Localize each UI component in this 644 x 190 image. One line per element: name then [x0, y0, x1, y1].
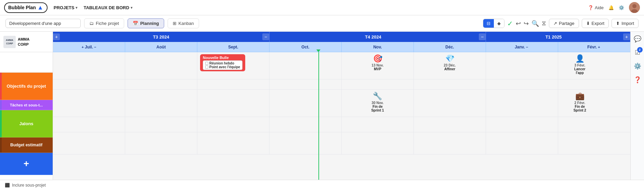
redo-icon[interactable]: ↪: [524, 20, 529, 27]
milestone-mvp[interactable]: 🎯 13 Nov. MVP: [372, 54, 384, 71]
col-sept-obj: Nouvelle Bulle Réunion hebdo Point avec …: [197, 52, 270, 79]
month-aout: Août: [125, 42, 197, 52]
col-fevr-taches: [558, 79, 630, 90]
kanban-icon: ⊞: [173, 21, 176, 26]
planning-tab[interactable]: 📅 Planning: [128, 18, 164, 28]
row-border-objectifs: [0, 73, 2, 100]
quarter-t1-2025: T1 2025 +: [486, 32, 630, 42]
project-search-input[interactable]: [5, 19, 81, 28]
nouvelle-bulle[interactable]: Nouvelle Bulle Réunion hebdo Point avec …: [200, 54, 245, 71]
col-sept-bud: [197, 117, 270, 132]
include-label[interactable]: Inclure sous-projet: [12, 183, 46, 188]
col-aout-taches: [125, 79, 197, 90]
month-fevr: Févr. +: [558, 42, 630, 52]
juil-expand-btn[interactable]: +: [81, 44, 85, 50]
logo-dot: ▲: [37, 4, 43, 11]
rp-help-icon[interactable]: ❓: [634, 76, 641, 84]
avatar[interactable]: [629, 2, 640, 13]
row-jalons: 🔧 30 Nov. Fin de Sprint 1 💼 2 Févr. Fin …: [53, 90, 630, 117]
row-objectifs: Nouvelle Bulle Réunion hebdo Point avec …: [53, 52, 630, 79]
col-dec-add: [414, 132, 486, 155]
col-fevr-bud: [558, 117, 630, 132]
fiche-projet-tab[interactable]: 🗂 Fiche projet: [84, 18, 124, 28]
lancer-icon: 👤: [575, 54, 584, 63]
header-spacer: [0, 52, 53, 73]
partage-button[interactable]: ↗ Partage: [549, 19, 579, 28]
month-juil: + Juil. −: [53, 42, 125, 52]
row-label-taches: Tâches et sous-t...: [0, 100, 53, 110]
col-juil-jal: [53, 90, 125, 117]
tasks-icon[interactable]: ☑ 2: [635, 49, 640, 56]
sprint1-icon: 🔧: [373, 92, 382, 101]
aide-button[interactable]: ❓ Aide: [588, 5, 604, 10]
col-sept-add: [197, 132, 270, 155]
fevr-expand-btn[interactable]: +: [597, 44, 601, 50]
col-dec-taches: [414, 79, 486, 90]
checkbox-1[interactable]: [205, 62, 208, 65]
import-button[interactable]: ⬆ Import: [612, 19, 639, 28]
logo[interactable]: Bubble Plan ▲: [4, 2, 48, 13]
file-icon: 🗂: [89, 21, 94, 26]
q3-collapse-button[interactable]: −: [262, 33, 269, 40]
left-sidebar: AMMACORP AMMA CORP Objectifs du projet T…: [0, 32, 53, 180]
main-area: AMMACORP AMMA CORP Objectifs du projet T…: [0, 32, 644, 180]
notifications-button[interactable]: 🔔: [608, 5, 614, 10]
janv-collapse-btn[interactable]: −: [525, 44, 529, 50]
check-icon[interactable]: ✓: [507, 19, 513, 28]
q1-expand-button[interactable]: +: [623, 33, 630, 40]
view-toggle: ⊟ ◆: [483, 19, 504, 28]
col-juil-taches: [53, 79, 125, 90]
company-name: AMMA CORP: [18, 37, 29, 47]
q3-expand-button[interactable]: +: [53, 33, 60, 40]
col-oct-bud: [270, 117, 342, 132]
checkbox-2[interactable]: [205, 65, 208, 69]
col-nov-taches: [342, 79, 414, 90]
milestone-sprint1[interactable]: 🔧 30 Nov. Fin de Sprint 1: [371, 92, 384, 112]
col-aout-jal: [125, 90, 197, 117]
toolbar: 🗂 Fiche projet 📅 Planning ⊞ Kanban ⊟ ◆ ✓…: [0, 15, 644, 32]
col-oct-add: [270, 132, 342, 155]
search-icon[interactable]: 🔍: [531, 20, 539, 27]
diamond-view-btn[interactable]: ◆: [494, 19, 504, 28]
juil-collapse-btn[interactable]: −: [93, 44, 97, 50]
row-taches: [53, 79, 630, 90]
today-triangle: [316, 49, 320, 52]
rp-settings-icon[interactable]: ⚙️: [634, 62, 641, 70]
filter-icon[interactable]: ⧖: [542, 20, 546, 27]
chat-icon[interactable]: 💬: [634, 35, 641, 43]
tableaux-chevron-icon: ▾: [131, 6, 132, 10]
row-budget: [53, 117, 630, 132]
svg-rect-3: [3, 36, 16, 48]
share-icon: ↗: [553, 21, 557, 26]
col-juil-obj: [53, 52, 125, 79]
add-row-button[interactable]: +: [0, 153, 53, 175]
col-fevr-obj: 👤 3 Févr. Lancer l'app: [558, 52, 630, 79]
today-line: [318, 52, 319, 180]
row-label-jalons: Jalons: [0, 110, 53, 137]
col-janv-add: [486, 132, 558, 155]
nav-projets[interactable]: PROJETS ▾: [54, 5, 78, 10]
row-add: [53, 132, 630, 155]
toolbar-actions: ⊟ ◆ ✓ ↩ ↪ 🔍 ⧖ ↗ Partage ⬇ Export ⬆ Impor…: [483, 19, 639, 28]
settings-button[interactable]: ⚙️: [619, 5, 624, 10]
col-aout-add: [125, 132, 197, 155]
col-oct-obj: [270, 52, 342, 79]
milestone-affiner[interactable]: 💎 23 Déc. Affiner: [444, 54, 456, 71]
projets-chevron-icon: ▾: [76, 6, 77, 10]
kanban-tab[interactable]: ⊞ Kanban: [168, 18, 199, 28]
milestone-sprint2[interactable]: 💼 2 Févr. Fin de Sprint 2: [574, 92, 586, 112]
include-icon: ⬛: [5, 183, 10, 188]
nav-tableaux[interactable]: TABLEAUX DE BORD ▾: [83, 5, 132, 10]
undo-icon[interactable]: ↩: [516, 20, 521, 27]
milestone-lancer[interactable]: 👤 3 Févr. Lancer l'app: [574, 54, 586, 75]
top-nav: Bubble Plan ▲ PROJETS ▾ TABLEAUX DE BORD…: [0, 0, 644, 15]
company-header: AMMACORP AMMA CORP: [0, 32, 53, 52]
col-fevr-jal: 💼 2 Févr. Fin de Sprint 2: [558, 90, 630, 117]
grid-view-btn[interactable]: ⊟: [483, 19, 494, 28]
export-button[interactable]: ⬇ Export: [582, 19, 609, 28]
row-border-jalons: [0, 110, 2, 137]
q4-collapse-button[interactable]: −: [479, 33, 486, 40]
col-dec-bud: [414, 117, 486, 132]
col-dec-obj: 💎 23 Déc. Affiner: [414, 52, 486, 79]
content-rows: Nouvelle Bulle Réunion hebdo Point avec …: [53, 52, 630, 180]
